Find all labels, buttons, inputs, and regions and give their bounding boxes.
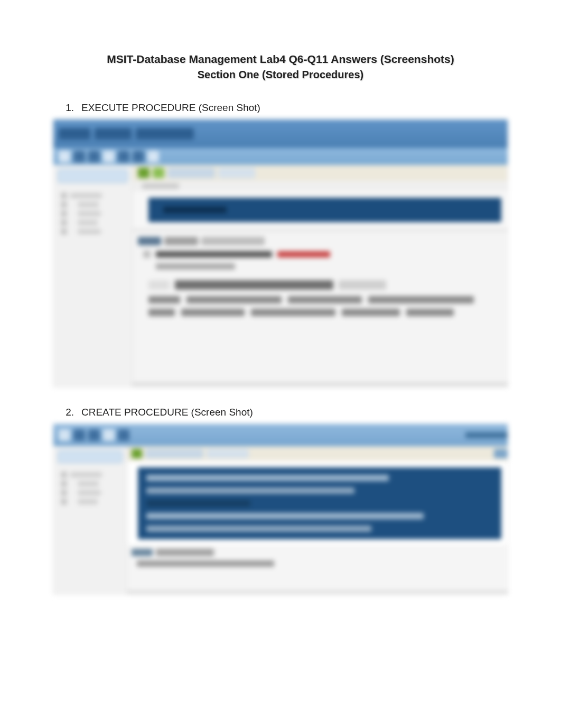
object-explorer-tree <box>58 472 123 505</box>
object-explorer-header <box>58 169 128 183</box>
object-explorer-panel <box>53 165 133 387</box>
object-explorer-tree <box>58 192 128 235</box>
document-title-sub: Section One (Stored Procedures) <box>53 69 508 81</box>
document-title-main: MSIT-Database Management Lab4 Q6-Q11 Ans… <box>53 53 508 66</box>
tree-icon <box>61 210 67 217</box>
list-item-2: 2. CREATE PROCEDURE (Screen Shot) <box>53 407 508 418</box>
editor-caption <box>133 181 508 191</box>
tree-label <box>78 229 101 234</box>
toolbar-button-icon <box>59 151 70 162</box>
title-block: MSIT-Database Management Lab4 Q6-Q11 Ans… <box>53 53 508 81</box>
grid-cell <box>181 309 245 316</box>
grid-cell <box>148 280 170 290</box>
editor-tab <box>167 168 215 178</box>
toolbar-button-icon <box>103 429 115 441</box>
figure-create-procedure <box>53 423 508 595</box>
list-item-1-number: 1. <box>53 102 81 114</box>
toolbar-button-icon <box>88 429 100 441</box>
editor-tab-end <box>494 449 508 458</box>
titlebar-segment <box>59 128 90 140</box>
tree-label <box>78 481 99 486</box>
toolbar-button-icon <box>118 151 129 162</box>
tree-icon <box>61 192 67 199</box>
sql-line <box>146 513 424 519</box>
results-pane <box>127 545 508 590</box>
editor-tab <box>145 449 203 458</box>
grid-cell <box>148 309 175 316</box>
results-tabbar <box>138 237 502 245</box>
toolbar-text <box>465 432 508 438</box>
figure-execute-procedure <box>53 119 508 388</box>
info-icon <box>143 251 151 258</box>
toolbar-button-icon <box>73 429 85 441</box>
results-tab <box>132 549 153 556</box>
results-tab <box>164 237 198 245</box>
status-bar <box>133 382 508 387</box>
list-item-2-number: 2. <box>53 407 81 418</box>
results-message-text <box>137 560 274 567</box>
titlebar-segment <box>136 128 194 140</box>
run-button-icon <box>138 168 149 178</box>
ide-toolbar <box>53 148 508 165</box>
grid-cell <box>148 296 180 303</box>
grid-cell <box>175 280 333 290</box>
tree-label <box>78 211 101 216</box>
editor-tabbar <box>133 165 508 181</box>
results-tab <box>201 237 265 245</box>
grid-cell <box>406 309 454 316</box>
results-tabbar <box>132 549 503 556</box>
tree-icon <box>61 228 67 235</box>
list-item-1-label: EXECUTE PROCEDURE (Screen Shot) <box>81 102 260 114</box>
results-message-error <box>277 251 330 257</box>
toolbar-button-icon <box>88 151 100 162</box>
results-pane <box>133 232 508 382</box>
sql-line <box>146 475 389 481</box>
results-message-row <box>143 251 502 258</box>
toolbar-button-icon <box>147 151 159 162</box>
object-explorer-panel <box>53 446 127 594</box>
tree-icon <box>61 490 67 496</box>
tree-icon <box>61 499 67 505</box>
tree-label <box>78 499 98 504</box>
sql-editor <box>138 467 501 539</box>
grid-cell <box>186 296 282 303</box>
sql-editor <box>148 198 501 222</box>
grid-cell <box>368 296 474 303</box>
tree-label <box>70 472 102 477</box>
object-explorer-header <box>58 450 123 463</box>
toolbar-button-icon <box>73 151 85 162</box>
status-bar <box>127 590 508 594</box>
tree-icon <box>61 219 67 226</box>
run-button-icon <box>132 449 142 458</box>
sql-line <box>146 526 371 532</box>
sql-line <box>163 207 227 213</box>
toolbar-button-icon <box>118 429 129 441</box>
tree-label <box>78 202 99 207</box>
sql-line <box>146 487 354 494</box>
grid-cell <box>288 296 362 303</box>
titlebar-segment <box>95 128 132 140</box>
editor-tab <box>218 168 255 178</box>
results-tab <box>156 549 214 556</box>
run-button-icon <box>153 168 164 178</box>
ide-titlebar <box>53 119 508 148</box>
toolbar-button-icon <box>103 151 115 162</box>
editor-tabbar <box>127 446 508 461</box>
tree-icon <box>61 472 67 478</box>
toolbar-button-icon <box>133 151 144 162</box>
toolbar-button-icon <box>59 429 70 441</box>
grid-cell <box>339 280 386 290</box>
editor-tab <box>207 449 249 458</box>
list-item-2-label: CREATE PROCEDURE (Screen Shot) <box>81 407 253 418</box>
grid-cell <box>251 309 335 316</box>
tree-label <box>78 490 101 495</box>
tree-icon <box>61 201 67 208</box>
ide-toolbar <box>53 424 508 446</box>
grid-cell <box>342 309 400 316</box>
tree-label <box>78 220 98 225</box>
results-grid <box>148 280 502 316</box>
list-item-1: 1. EXECUTE PROCEDURE (Screen Shot) <box>53 102 508 114</box>
tree-label <box>70 193 102 198</box>
results-subtext <box>156 263 235 270</box>
document-page: MSIT-Database Management Lab4 Q6-Q11 Ans… <box>0 0 561 667</box>
